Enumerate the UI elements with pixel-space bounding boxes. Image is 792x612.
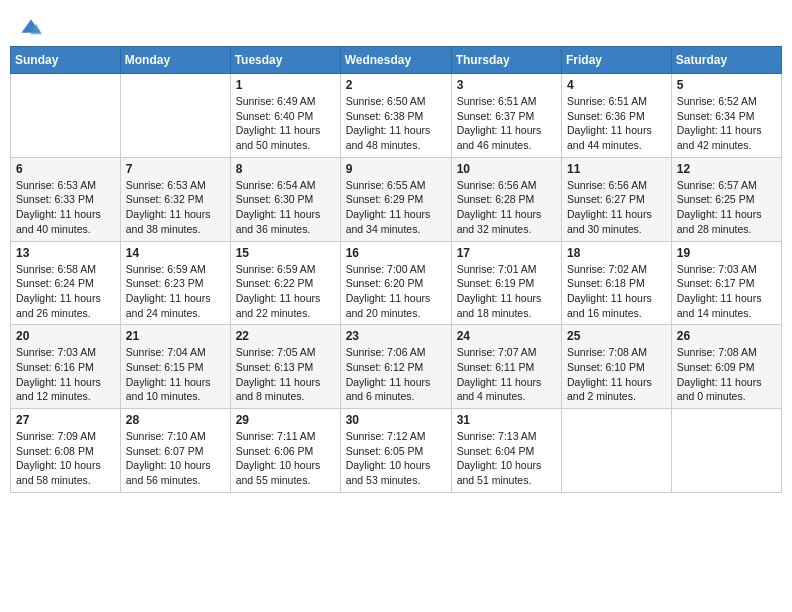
day-info: Sunrise: 7:07 AM Sunset: 6:11 PM Dayligh… <box>457 345 556 404</box>
day-info: Sunrise: 7:09 AM Sunset: 6:08 PM Dayligh… <box>16 429 115 488</box>
calendar-cell: 3Sunrise: 6:51 AM Sunset: 6:37 PM Daylig… <box>451 74 561 158</box>
calendar-cell: 28Sunrise: 7:10 AM Sunset: 6:07 PM Dayli… <box>120 409 230 493</box>
logo <box>20 18 46 40</box>
day-number: 10 <box>457 162 556 176</box>
day-info: Sunrise: 6:56 AM Sunset: 6:28 PM Dayligh… <box>457 178 556 237</box>
weekday-header-tuesday: Tuesday <box>230 47 340 74</box>
day-info: Sunrise: 6:54 AM Sunset: 6:30 PM Dayligh… <box>236 178 335 237</box>
calendar-cell <box>671 409 781 493</box>
calendar-cell: 10Sunrise: 6:56 AM Sunset: 6:28 PM Dayli… <box>451 157 561 241</box>
day-number: 23 <box>346 329 446 343</box>
day-number: 2 <box>346 78 446 92</box>
calendar-cell: 23Sunrise: 7:06 AM Sunset: 6:12 PM Dayli… <box>340 325 451 409</box>
calendar-cell: 30Sunrise: 7:12 AM Sunset: 6:05 PM Dayli… <box>340 409 451 493</box>
weekday-header-saturday: Saturday <box>671 47 781 74</box>
calendar-cell: 20Sunrise: 7:03 AM Sunset: 6:16 PM Dayli… <box>11 325 121 409</box>
calendar-cell: 26Sunrise: 7:08 AM Sunset: 6:09 PM Dayli… <box>671 325 781 409</box>
day-number: 28 <box>126 413 225 427</box>
day-info: Sunrise: 6:55 AM Sunset: 6:29 PM Dayligh… <box>346 178 446 237</box>
calendar-cell: 25Sunrise: 7:08 AM Sunset: 6:10 PM Dayli… <box>562 325 672 409</box>
calendar-cell: 17Sunrise: 7:01 AM Sunset: 6:19 PM Dayli… <box>451 241 561 325</box>
day-info: Sunrise: 7:03 AM Sunset: 6:17 PM Dayligh… <box>677 262 776 321</box>
weekday-header-wednesday: Wednesday <box>340 47 451 74</box>
day-info: Sunrise: 7:00 AM Sunset: 6:20 PM Dayligh… <box>346 262 446 321</box>
calendar-cell: 2Sunrise: 6:50 AM Sunset: 6:38 PM Daylig… <box>340 74 451 158</box>
weekday-header-friday: Friday <box>562 47 672 74</box>
day-number: 15 <box>236 246 335 260</box>
calendar-cell: 4Sunrise: 6:51 AM Sunset: 6:36 PM Daylig… <box>562 74 672 158</box>
day-info: Sunrise: 7:01 AM Sunset: 6:19 PM Dayligh… <box>457 262 556 321</box>
calendar-week-4: 20Sunrise: 7:03 AM Sunset: 6:16 PM Dayli… <box>11 325 782 409</box>
day-number: 17 <box>457 246 556 260</box>
calendar-week-5: 27Sunrise: 7:09 AM Sunset: 6:08 PM Dayli… <box>11 409 782 493</box>
calendar-cell: 16Sunrise: 7:00 AM Sunset: 6:20 PM Dayli… <box>340 241 451 325</box>
day-info: Sunrise: 6:53 AM Sunset: 6:33 PM Dayligh… <box>16 178 115 237</box>
day-info: Sunrise: 6:59 AM Sunset: 6:22 PM Dayligh… <box>236 262 335 321</box>
calendar-week-2: 6Sunrise: 6:53 AM Sunset: 6:33 PM Daylig… <box>11 157 782 241</box>
calendar-cell: 24Sunrise: 7:07 AM Sunset: 6:11 PM Dayli… <box>451 325 561 409</box>
calendar-cell: 1Sunrise: 6:49 AM Sunset: 6:40 PM Daylig… <box>230 74 340 158</box>
day-number: 18 <box>567 246 666 260</box>
calendar-cell: 8Sunrise: 6:54 AM Sunset: 6:30 PM Daylig… <box>230 157 340 241</box>
calendar-cell: 5Sunrise: 6:52 AM Sunset: 6:34 PM Daylig… <box>671 74 781 158</box>
day-info: Sunrise: 6:50 AM Sunset: 6:38 PM Dayligh… <box>346 94 446 153</box>
calendar-cell: 11Sunrise: 6:56 AM Sunset: 6:27 PM Dayli… <box>562 157 672 241</box>
day-info: Sunrise: 7:08 AM Sunset: 6:10 PM Dayligh… <box>567 345 666 404</box>
day-info: Sunrise: 7:13 AM Sunset: 6:04 PM Dayligh… <box>457 429 556 488</box>
calendar-cell: 13Sunrise: 6:58 AM Sunset: 6:24 PM Dayli… <box>11 241 121 325</box>
day-number: 26 <box>677 329 776 343</box>
calendar-table: SundayMondayTuesdayWednesdayThursdayFrid… <box>10 46 782 493</box>
calendar-cell: 29Sunrise: 7:11 AM Sunset: 6:06 PM Dayli… <box>230 409 340 493</box>
day-number: 13 <box>16 246 115 260</box>
day-info: Sunrise: 7:03 AM Sunset: 6:16 PM Dayligh… <box>16 345 115 404</box>
day-number: 16 <box>346 246 446 260</box>
calendar-cell <box>120 74 230 158</box>
day-info: Sunrise: 6:52 AM Sunset: 6:34 PM Dayligh… <box>677 94 776 153</box>
day-info: Sunrise: 7:06 AM Sunset: 6:12 PM Dayligh… <box>346 345 446 404</box>
calendar-cell: 15Sunrise: 6:59 AM Sunset: 6:22 PM Dayli… <box>230 241 340 325</box>
day-info: Sunrise: 7:08 AM Sunset: 6:09 PM Dayligh… <box>677 345 776 404</box>
day-info: Sunrise: 7:12 AM Sunset: 6:05 PM Dayligh… <box>346 429 446 488</box>
calendar-week-1: 1Sunrise: 6:49 AM Sunset: 6:40 PM Daylig… <box>11 74 782 158</box>
day-info: Sunrise: 7:11 AM Sunset: 6:06 PM Dayligh… <box>236 429 335 488</box>
calendar-cell: 14Sunrise: 6:59 AM Sunset: 6:23 PM Dayli… <box>120 241 230 325</box>
day-info: Sunrise: 6:57 AM Sunset: 6:25 PM Dayligh… <box>677 178 776 237</box>
day-number: 14 <box>126 246 225 260</box>
calendar-cell: 12Sunrise: 6:57 AM Sunset: 6:25 PM Dayli… <box>671 157 781 241</box>
day-info: Sunrise: 7:10 AM Sunset: 6:07 PM Dayligh… <box>126 429 225 488</box>
calendar-cell <box>562 409 672 493</box>
day-number: 11 <box>567 162 666 176</box>
day-number: 24 <box>457 329 556 343</box>
day-number: 22 <box>236 329 335 343</box>
calendar-cell: 19Sunrise: 7:03 AM Sunset: 6:17 PM Dayli… <box>671 241 781 325</box>
day-number: 4 <box>567 78 666 92</box>
day-info: Sunrise: 6:51 AM Sunset: 6:37 PM Dayligh… <box>457 94 556 153</box>
weekday-header-monday: Monday <box>120 47 230 74</box>
day-number: 9 <box>346 162 446 176</box>
day-number: 25 <box>567 329 666 343</box>
calendar-cell: 9Sunrise: 6:55 AM Sunset: 6:29 PM Daylig… <box>340 157 451 241</box>
day-info: Sunrise: 7:02 AM Sunset: 6:18 PM Dayligh… <box>567 262 666 321</box>
day-number: 6 <box>16 162 115 176</box>
calendar-cell <box>11 74 121 158</box>
day-info: Sunrise: 7:05 AM Sunset: 6:13 PM Dayligh… <box>236 345 335 404</box>
calendar-cell: 18Sunrise: 7:02 AM Sunset: 6:18 PM Dayli… <box>562 241 672 325</box>
day-info: Sunrise: 6:49 AM Sunset: 6:40 PM Dayligh… <box>236 94 335 153</box>
day-number: 27 <box>16 413 115 427</box>
calendar-cell: 22Sunrise: 7:05 AM Sunset: 6:13 PM Dayli… <box>230 325 340 409</box>
calendar-cell: 27Sunrise: 7:09 AM Sunset: 6:08 PM Dayli… <box>11 409 121 493</box>
day-number: 29 <box>236 413 335 427</box>
day-info: Sunrise: 6:51 AM Sunset: 6:36 PM Dayligh… <box>567 94 666 153</box>
day-number: 12 <box>677 162 776 176</box>
calendar-cell: 6Sunrise: 6:53 AM Sunset: 6:33 PM Daylig… <box>11 157 121 241</box>
day-number: 1 <box>236 78 335 92</box>
day-number: 30 <box>346 413 446 427</box>
calendar-week-3: 13Sunrise: 6:58 AM Sunset: 6:24 PM Dayli… <box>11 241 782 325</box>
day-number: 7 <box>126 162 225 176</box>
weekday-header-thursday: Thursday <box>451 47 561 74</box>
day-number: 21 <box>126 329 225 343</box>
day-number: 19 <box>677 246 776 260</box>
day-info: Sunrise: 6:53 AM Sunset: 6:32 PM Dayligh… <box>126 178 225 237</box>
day-number: 31 <box>457 413 556 427</box>
day-info: Sunrise: 7:04 AM Sunset: 6:15 PM Dayligh… <box>126 345 225 404</box>
